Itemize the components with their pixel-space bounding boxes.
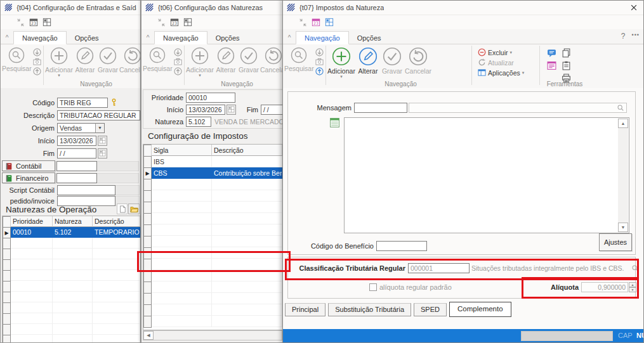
lookup-magnifier-icon[interactable] [631, 264, 639, 272]
preview-icon[interactable] [33, 58, 41, 66]
aliquota-spinner[interactable]: ▲ ▼ [629, 282, 636, 292]
financeiro-input[interactable] [56, 173, 97, 183]
collapse-ribbon-icon[interactable] [299, 18, 307, 27]
tab-complemento[interactable]: Complemento [449, 302, 511, 317]
cancelar-button[interactable]: Cancelar [119, 44, 141, 74]
scroll-down-icon[interactable]: ▼ [618, 223, 628, 232]
grid-icon[interactable] [325, 18, 334, 27]
aliquota-regular-checkbox[interactable] [369, 283, 377, 291]
record-up-icon[interactable] [174, 67, 182, 75]
pesquisar-button[interactable]: Pesquisar [143, 44, 172, 72]
table-row-empty[interactable] [143, 259, 282, 270]
fim-input[interactable]: / / [261, 105, 283, 115]
table-row-empty[interactable] [3, 259, 140, 270]
impostos-hscrollbar[interactable]: ◀ [143, 330, 282, 340]
more-options-button[interactable]: ••• [632, 32, 640, 41]
spinner-down-icon[interactable]: ▼ [629, 287, 636, 292]
grid-icon[interactable] [183, 18, 192, 27]
record-up-icon[interactable] [315, 67, 324, 75]
tab-sped[interactable]: SPED [414, 303, 447, 316]
inicio-input[interactable]: 13/03/2026 [57, 136, 96, 146]
table-row-empty[interactable] [3, 249, 140, 259]
table-row-empty[interactable] [143, 202, 282, 213]
impostos-row-cbs-selected[interactable]: ▶ CBS Contribuição sobre Bens e S [143, 167, 282, 179]
fim-calendar-button[interactable] [98, 148, 107, 159]
record-down-icon[interactable] [33, 48, 41, 56]
contabil-button[interactable]: Contábil [2, 160, 55, 171]
alterar-button[interactable]: Alterar [74, 44, 96, 74]
adicionar-button[interactable]: Adicionar ▾ [44, 44, 74, 77]
naturezas-table-row-selected[interactable]: ▶ 00010 5.102 TEMPORARIO [3, 227, 140, 238]
pesquisar-button[interactable]: Pesquisar [284, 44, 313, 72]
t07-tab-opcoes[interactable]: Opções [349, 32, 390, 44]
table-row-empty[interactable] [143, 213, 282, 224]
ribbon-collapse-chevron[interactable]: ^ [283, 34, 296, 44]
preview-icon[interactable] [315, 58, 324, 66]
spinner-up-icon[interactable]: ▲ [629, 282, 636, 287]
table-row-empty[interactable] [3, 292, 140, 302]
scroll-left-icon[interactable]: ◀ [143, 331, 154, 340]
codigo-input[interactable]: TRIB REG [57, 98, 108, 108]
table-row-empty[interactable] [143, 247, 282, 259]
table-row-empty[interactable] [143, 179, 282, 190]
close-window-button[interactable] [628, 2, 640, 13]
table-row-empty[interactable] [3, 313, 140, 324]
memo-vscrollbar[interactable]: ▲ ▼ [618, 119, 628, 232]
table-row-empty[interactable] [143, 316, 282, 327]
t04-tab-navegacao[interactable]: Navegação [13, 31, 67, 44]
ribbon-collapse-chevron[interactable]: ^ [141, 34, 154, 44]
script-contabil-input[interactable] [57, 185, 115, 195]
calendar-icon[interactable] [170, 18, 179, 27]
record-up-icon[interactable] [33, 67, 41, 75]
fim-input[interactable]: / / [57, 148, 96, 159]
financeiro-button[interactable]: Financeiro [2, 172, 55, 183]
table-row-empty[interactable] [3, 302, 140, 313]
gravar-button[interactable]: Gravar [96, 44, 119, 74]
inicio-calendar-button[interactable] [227, 105, 236, 115]
inicio-calendar-button[interactable] [98, 136, 107, 146]
grid-icon[interactable] [43, 18, 51, 27]
table-row-empty[interactable] [3, 335, 140, 343]
table-row-empty[interactable] [143, 224, 282, 236]
adicionar-button[interactable]: Adicionar ▾ [185, 44, 214, 77]
t06-tab-navegacao[interactable]: Navegação [154, 31, 207, 44]
new-page-button[interactable] [117, 204, 128, 214]
mensagem-lookup-field[interactable] [409, 103, 627, 113]
impostos-row-ibs[interactable]: IBS [143, 156, 282, 167]
excluir-button[interactable]: Excluir▾ [478, 48, 524, 56]
adicionar-button[interactable]: Adicionar ▾ [327, 44, 356, 78]
table-row-empty[interactable] [3, 281, 140, 292]
t04-tab-opcoes[interactable]: Opções [67, 32, 107, 44]
aliquota-input[interactable]: 0,900000 [581, 282, 628, 292]
list-box-icon[interactable] [547, 61, 556, 70]
tab-principal[interactable]: Principal [285, 303, 325, 316]
ajustes-button[interactable]: Ajustes [599, 233, 632, 251]
paste-icon[interactable] [562, 61, 571, 70]
inicio-input[interactable]: 13/03/2026 [186, 105, 225, 115]
natureza-input[interactable]: 5.102 [186, 117, 211, 127]
help-button[interactable]: ? [621, 32, 626, 41]
gravar-button[interactable]: Gravar [380, 44, 404, 75]
mensagem-code-input[interactable] [354, 103, 407, 113]
alterar-button[interactable]: Alterar [214, 44, 237, 74]
comment-bubble-icon[interactable] [547, 48, 556, 58]
classificacao-input[interactable]: 000001 [408, 263, 470, 273]
t06-titlebar[interactable]: {t06} Configuração das Naturezas [141, 1, 282, 15]
origem-dropdown-icon[interactable]: ▼ [95, 123, 105, 133]
alterar-button[interactable]: Alterar [356, 44, 380, 75]
contabil-input[interactable] [56, 161, 97, 171]
gravar-button[interactable]: Gravar [237, 44, 260, 74]
descricao-input[interactable]: TRIBUTACAO REGULAR [57, 110, 140, 120]
aplicacoes-button[interactable]: Aplicações▾ [478, 68, 524, 77]
table-row-empty[interactable] [3, 238, 140, 249]
lookup-magnifier-icon[interactable] [617, 104, 624, 112]
collapse-ribbon-icon[interactable] [16, 18, 25, 27]
tab-substituicao-tributaria[interactable]: Substituição Tributária [328, 303, 411, 316]
table-row-empty[interactable] [143, 304, 282, 316]
record-down-icon[interactable] [315, 48, 324, 56]
calendar-icon[interactable] [29, 18, 38, 27]
table-row-empty[interactable] [3, 270, 140, 281]
cancelar-button[interactable]: Cancelar [404, 44, 432, 75]
collapse-ribbon-icon[interactable] [157, 18, 166, 27]
t07-tab-navegacao[interactable]: Navegação [296, 31, 349, 44]
